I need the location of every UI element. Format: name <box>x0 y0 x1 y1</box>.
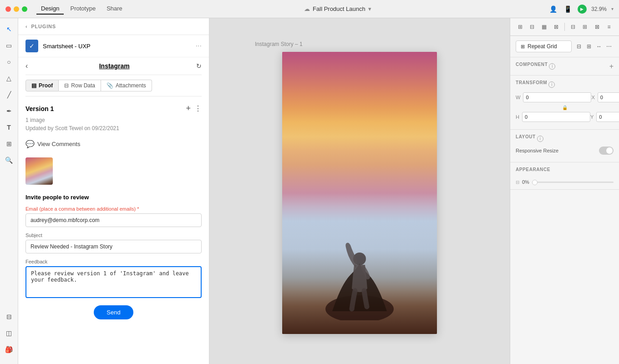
version-image-count: 1 image <box>25 117 202 123</box>
version-more-button[interactable]: ⋮ <box>194 104 202 113</box>
repeat-grid-button[interactable]: ⊞ Repeat Grid <box>516 40 572 52</box>
repeat-grid-icon: ⊞ <box>521 44 525 50</box>
component-label: COMPONENT <box>516 62 548 67</box>
asset-tool[interactable]: ⊞ <box>2 136 16 151</box>
toolbar-divider-1 <box>564 23 565 31</box>
person-silhouette <box>323 193 396 320</box>
tab-design[interactable]: Design <box>36 3 64 15</box>
attachments-label: Attachments <box>116 82 146 89</box>
transform-label: TRANSFORM <box>516 80 547 85</box>
tab-prototype[interactable]: Prototype <box>66 3 100 15</box>
component-section: COMPONENT i + <box>510 57 619 76</box>
rect-tool[interactable]: ▭ <box>2 38 16 53</box>
component-header: COMPONENT i + <box>516 62 614 71</box>
smartsheet-icon: ✓ <box>25 40 38 52</box>
plugins-label: PLUGINS <box>31 24 56 29</box>
maximize-button[interactable] <box>22 6 27 12</box>
zoom-value[interactable]: 32.9% <box>591 6 607 12</box>
plugin-icon[interactable]: ⊟ <box>2 309 16 324</box>
flip-icon[interactable]: ↔ <box>594 42 604 51</box>
lock-aspect-icon[interactable]: 🔒 <box>562 105 568 110</box>
send-button[interactable]: Send <box>94 305 133 319</box>
height-row: H Y <box>516 112 614 122</box>
back-button[interactable]: ‹ <box>25 62 28 70</box>
align-left-icon[interactable]: ⊞ <box>515 21 526 33</box>
distribute-h-icon[interactable]: ⊟ <box>568 21 578 33</box>
plugin-nav-title: Instagram <box>32 62 196 70</box>
image-thumbnail[interactable] <box>25 157 53 185</box>
email-input[interactable] <box>25 213 202 227</box>
thumbnail-row <box>25 157 202 185</box>
opacity-slider[interactable] <box>532 182 614 183</box>
refresh-button[interactable]: ↻ <box>196 62 202 70</box>
topbar: Design Prototype Share ☁ Fall Product La… <box>0 0 619 18</box>
pen-tool[interactable]: ✒ <box>2 104 16 118</box>
repeat-grid-label: Repeat Grid <box>528 43 557 50</box>
comments-icon: 💬 <box>25 140 35 148</box>
y-input[interactable] <box>596 112 619 122</box>
transform-info-icon[interactable]: i <box>548 81 555 88</box>
subject-input[interactable] <box>25 240 202 253</box>
line-tool[interactable]: ╱ <box>2 87 16 102</box>
canvas-image[interactable] <box>282 52 437 334</box>
paste-icon[interactable]: ⊞ <box>584 42 594 51</box>
search-tool[interactable]: 🔍 <box>2 153 16 167</box>
close-button[interactable] <box>5 6 11 12</box>
opacity-icon: ⊟ <box>516 180 519 185</box>
main-layout: ↖ ▭ ○ △ ╱ ✒ T ⊞ 🔍 ⊟ ◫ 🎒 ‹ PLUGINS ✓ Smar… <box>0 18 619 364</box>
component-info-icon[interactable]: i <box>549 63 555 70</box>
triangle-tool[interactable]: △ <box>2 71 16 86</box>
row-data-label: Row Data <box>71 82 95 89</box>
appearance-label: APPEARANCE <box>516 167 550 172</box>
text-tool[interactable]: T <box>2 120 16 135</box>
columns-icon[interactable]: ⊠ <box>551 21 562 33</box>
icon-bar: ↖ ▭ ○ △ ╱ ✒ T ⊞ 🔍 ⊟ ◫ 🎒 <box>0 18 18 364</box>
row-data-icon: ⊟ <box>64 82 69 89</box>
canvas-frame-label: Instagram Story – 1 <box>255 41 303 47</box>
copy-icon[interactable]: ⊟ <box>574 42 583 51</box>
add-version-button[interactable]: + <box>186 104 191 113</box>
bar-chart-icon[interactable]: ▦ <box>539 21 550 33</box>
align-icon-2[interactable]: ⊠ <box>592 21 603 33</box>
height-input[interactable] <box>522 112 590 122</box>
plugin-nav: ‹ Instagram ↻ <box>25 57 202 75</box>
version-title: Version 1 <box>25 105 186 112</box>
appearance-section: APPEARANCE ⊟ 0% <box>510 162 619 190</box>
layout-info-icon[interactable]: i <box>537 136 543 142</box>
more-icon[interactable]: ⋯ <box>604 42 614 51</box>
align-center-icon[interactable]: ⊟ <box>527 21 538 33</box>
tab-attachments[interactable]: 📎 Attachments <box>101 80 152 91</box>
view-comments-button[interactable]: 💬 View Comments <box>25 137 202 151</box>
x-input[interactable] <box>598 92 619 102</box>
responsive-resize-row: Responsive Resize <box>516 147 614 155</box>
distribute-v-icon[interactable]: ⊞ <box>579 21 590 33</box>
collapse-arrow[interactable]: ‹ <box>25 24 27 29</box>
play-button[interactable]: ▶ <box>578 5 587 14</box>
assets-icon[interactable]: 🎒 <box>2 342 16 357</box>
width-input[interactable] <box>523 92 591 102</box>
minimize-button[interactable] <box>14 6 19 12</box>
responsive-resize-label: Responsive Resize <box>516 148 558 153</box>
traffic-lights <box>5 6 27 12</box>
feedback-input[interactable]: Please review version 1 of 'Instagram' a… <box>25 266 202 298</box>
subject-label: Subject <box>25 233 202 238</box>
ellipse-tool[interactable]: ○ <box>2 55 16 69</box>
tab-share[interactable]: Share <box>102 3 127 15</box>
appearance-row: ⊟ 0% <box>516 179 614 185</box>
plugin-content: ‹ Instagram ↻ ▤ Proof ⊟ Row Data 📎 Attac… <box>18 57 209 364</box>
dropdown-icon[interactable]: ▾ <box>368 5 371 12</box>
align-icon-3[interactable]: ≡ <box>604 21 614 33</box>
tab-proof[interactable]: ▤ Proof <box>25 80 59 91</box>
add-component-button[interactable]: + <box>609 62 614 71</box>
select-tool[interactable]: ↖ <box>2 22 16 36</box>
device-icon[interactable]: 📱 <box>563 4 573 14</box>
right-panel: ⊞ ⊟ ▦ ⊠ ⊟ ⊞ ⊠ ≡ ⊞ Repeat Grid ⊟ ⊞ ↔ ⋯ <box>510 18 619 364</box>
plugin-more-button[interactable]: ··· <box>196 42 202 50</box>
layers-icon[interactable]: ◫ <box>2 326 16 340</box>
user-icon[interactable]: 👤 <box>548 4 558 14</box>
responsive-resize-toggle[interactable] <box>599 147 614 155</box>
version-section: Version 1 + ⋮ 1 image Updated by Scott T… <box>25 96 202 327</box>
opacity-thumb <box>532 180 538 185</box>
tab-row-data[interactable]: ⊟ Row Data <box>59 80 101 91</box>
zoom-dropdown-icon[interactable]: ▾ <box>611 6 614 11</box>
